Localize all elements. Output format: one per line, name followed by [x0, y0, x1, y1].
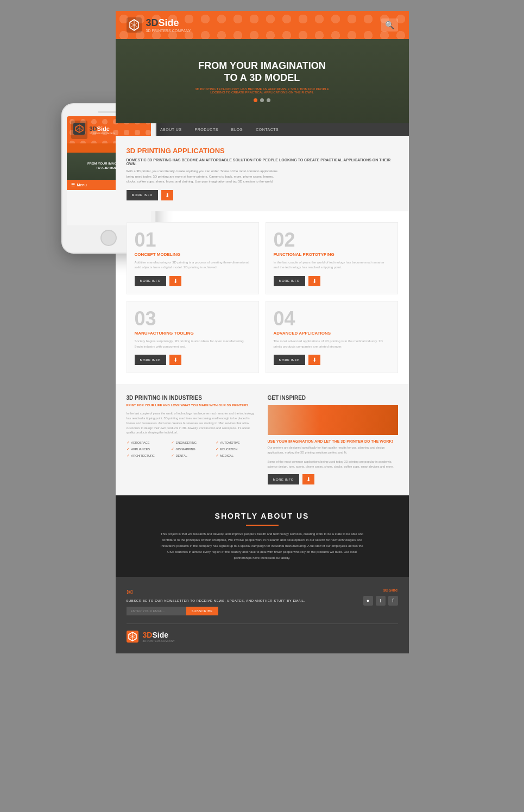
industry-education: ✓ EDUCATION: [216, 447, 257, 451]
subscribe-button[interactable]: SUBSCRIBE: [186, 607, 218, 615]
industry-appliances: ✓ APPLIANCES: [127, 447, 168, 451]
social-icons: ● t f: [363, 596, 398, 606]
applications-section: 3D PRINTING APPLICATIONS DOMESTIC 3D PRI…: [116, 136, 409, 211]
hero-subtitle: 3D PRINTING TECHNOLOGY HAS BECOME AN AFF…: [192, 87, 333, 94]
instagram-icon[interactable]: ●: [363, 596, 373, 606]
check-icon-engineering: ✓: [171, 440, 174, 445]
inspired-download-btn[interactable]: ⬇: [302, 474, 314, 484]
card-1-more-info-btn[interactable]: MORE INFO: [135, 276, 167, 286]
industry-engineering: ✓ ENGINEERING: [171, 440, 212, 445]
card-3-actions: MORE INFO ⬇: [135, 355, 251, 365]
twitter-icon[interactable]: t: [376, 596, 386, 606]
footer-section: ✉ SUBSCRIBE TO OUR NEWSLETTER TO RECEIVE…: [116, 577, 409, 653]
footer-social-brand: 3DSide: [363, 588, 398, 593]
card-4: 04 ADVANCED APPLICATIONS The most advanc…: [266, 301, 398, 373]
inspired-text: Our printers are designed specifically f…: [268, 445, 398, 455]
inspired-text-2: Some of the most common applications bei…: [268, 459, 398, 469]
footer-logo-text: 3DSide: [143, 631, 175, 639]
cards-section: 01 CONCEPT MODELING Additive manufacturi…: [116, 211, 409, 384]
social-col: 3DSide ● t f: [363, 588, 398, 606]
footer-bottom: 3DSide 3D PRINTERS COMPANY: [127, 624, 398, 643]
industry-automotive: ✓ AUTOMOTIVE: [216, 440, 257, 445]
phone-home-button[interactable]: [100, 230, 117, 246]
site-logo-subtitle: 3D PRINTERS COMPANY: [146, 29, 191, 33]
hero-dot-1[interactable]: [254, 98, 257, 102]
card-2: 02 FUNCTIONAL PROTOTYPING In the last co…: [266, 222, 398, 294]
hamburger-icon: ☰: [71, 182, 75, 187]
facebook-icon[interactable]: f: [388, 596, 398, 606]
industry-dental: ✓ DENTAL: [171, 454, 212, 458]
newsletter-email-input[interactable]: [127, 607, 186, 615]
applications-more-info-btn[interactable]: MORE INFO: [127, 190, 159, 200]
footer-top: ✉ SUBSCRIBE TO OUR NEWSLETTER TO RECEIVE…: [127, 588, 398, 615]
hero-dot-3[interactable]: [267, 98, 270, 102]
search-button[interactable]: 🔍: [381, 18, 398, 32]
card-2-actions: MORE INFO ⬇: [274, 276, 390, 286]
inspired-more-info-btn[interactable]: MORE INFO: [268, 474, 300, 484]
about-title: SHORTLY ABOUT US: [127, 512, 398, 520]
hero-title: FROM YOUR IMAGINATION TO A 3D MODEL: [198, 60, 325, 84]
newsletter-col: ✉ SUBSCRIBE TO OUR NEWSLETTER TO RECEIVE…: [127, 588, 306, 615]
two-col-section: 3D PRINTING IN INDUSTRIES PRINT FOR YOUR…: [116, 384, 409, 495]
about-text: This project is that we research and dev…: [159, 531, 365, 561]
card-4-number: 04: [274, 309, 390, 329]
check-icon-education: ✓: [216, 447, 219, 451]
applications-btn-group: MORE INFO ⬇: [127, 190, 398, 200]
card-2-more-info-btn[interactable]: MORE INFO: [274, 276, 306, 286]
logo-icon: [127, 17, 142, 33]
phone-logo-text: 3DSide: [90, 125, 116, 132]
site-header: 3DSide 3D PRINTERS COMPANY 🔍: [116, 11, 409, 39]
hero-section: FROM YOUR IMAGINATION TO A 3D MODEL 3D P…: [116, 39, 409, 123]
applications-download-btn[interactable]: ⬇: [161, 190, 173, 200]
get-inspired-col: GET INSPIRED USE YOUR IMAGINATION AND LE…: [268, 395, 398, 484]
card-2-title: FUNCTIONAL PROTOTYPING: [274, 252, 390, 257]
check-icon-aerospace: ✓: [127, 440, 130, 445]
industries-title: 3D PRINTING IN INDUSTRIES: [127, 395, 257, 401]
card-3-title: MANUFACTURING TOOLING: [135, 331, 251, 336]
card-3-download-btn[interactable]: ⬇: [169, 355, 181, 365]
check-icon-architecture: ✓: [127, 454, 130, 458]
industries-list: ✓ AEROSPACE ✓ ENGINEERING ✓ AUTOMOTIVE ✓…: [127, 440, 257, 458]
phone-logo-icon: [73, 123, 85, 135]
hero-dots: [254, 98, 270, 102]
inspired-btn-group: MORE INFO ⬇: [268, 474, 398, 484]
nav-item-about[interactable]: ABOUT US: [154, 123, 188, 136]
industry-gismapping: ✓ GIS/MAPPING: [171, 447, 212, 451]
phone-tagline: 3D PRINTERS COMPANY: [90, 132, 116, 135]
card-4-title: ADVANCED APPLICATIONS: [274, 331, 390, 336]
applications-subtitle: DOMESTIC 3D PRINTING HAS BECOME AN AFFOR…: [127, 158, 398, 166]
main-nav: HOME PAGE ABOUT US PRODUCTS BLOG CONTACT…: [116, 123, 409, 136]
card-4-actions: MORE INFO ⬇: [274, 355, 390, 365]
card-1-actions: MORE INFO ⬇: [135, 276, 251, 286]
footer-logo-subtitle: 3D PRINTERS COMPANY: [143, 639, 175, 643]
logo-area: 3DSide 3D PRINTERS COMPANY: [127, 17, 191, 33]
card-3-text: Society begins surprisingly, 3D printing…: [135, 339, 251, 349]
industries-highlight: PRINT FOR YOUR LIFE AND LOVE WHAT YOU MA…: [127, 404, 257, 407]
nav-item-products[interactable]: PRODUCTS: [188, 123, 225, 136]
newsletter-label: SUBSCRIBE TO OUR NEWSLETTER TO RECEIVE N…: [127, 599, 306, 602]
card-1-title: CONCEPT MODELING: [135, 252, 251, 257]
card-1: 01 CONCEPT MODELING Additive manufacturi…: [127, 222, 259, 294]
applications-title: 3D PRINTING APPLICATIONS: [127, 147, 398, 155]
card-1-download-btn[interactable]: ⬇: [169, 276, 181, 286]
industry-aerospace: ✓ AEROSPACE: [127, 440, 168, 445]
card-4-text: The most advanced applications of 3D pri…: [274, 339, 390, 349]
industry-architecture: ✓ ARCHITECTURE: [127, 454, 168, 458]
card-4-more-info-btn[interactable]: MORE INFO: [274, 355, 306, 365]
card-2-text: In the last couple of years the world of…: [274, 260, 390, 270]
card-3-more-info-btn[interactable]: MORE INFO: [135, 355, 167, 365]
card-4-download-btn[interactable]: ⬇: [308, 355, 320, 365]
mail-icon: ✉: [127, 588, 306, 596]
site-logo-text: 3DSide: [146, 17, 191, 29]
hero-dot-2[interactable]: [260, 98, 264, 102]
nav-item-blog[interactable]: BLOG: [225, 123, 249, 136]
card-3: 03 MANUFACTURING TOOLING Society begins …: [127, 301, 259, 373]
about-orange-bar: [246, 525, 279, 526]
inspired-image: [268, 405, 398, 435]
card-1-number: 01: [135, 230, 251, 250]
phone-logo-box: [71, 121, 87, 139]
card-3-number: 03: [135, 309, 251, 329]
card-2-download-btn[interactable]: ⬇: [308, 276, 320, 286]
nav-item-contacts[interactable]: CONTACTS: [249, 123, 285, 136]
check-icon-medical: ✓: [216, 454, 219, 458]
